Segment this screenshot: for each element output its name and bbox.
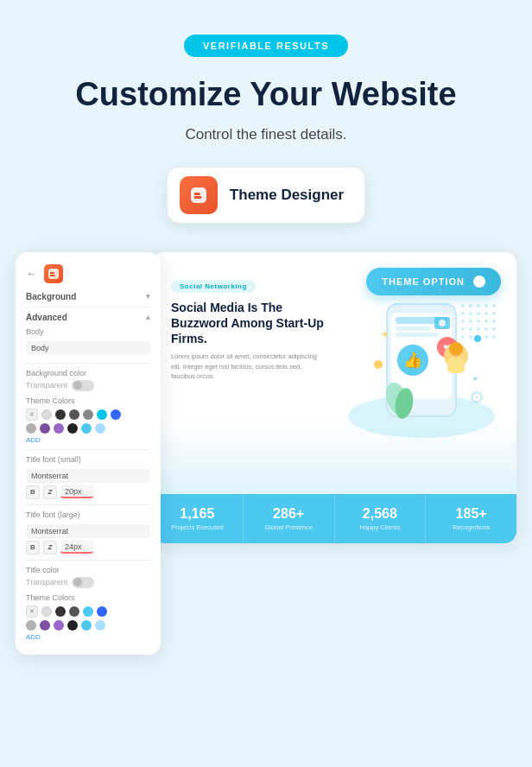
chevron-down-icon: ▾ <box>146 292 150 301</box>
section-background: Background ▾ <box>26 292 150 301</box>
svg-rect-14 <box>447 358 465 373</box>
color-swatches-1: ✕ ADD <box>26 409 150 444</box>
swatch2-dark[interactable] <box>55 606 66 617</box>
svg-text:⚙: ⚙ <box>469 388 484 407</box>
hero-tag: Social Networking <box>171 280 256 293</box>
stat-label-0: Projects Executed <box>159 523 236 531</box>
title-color-label: Title color <box>26 566 150 574</box>
swatch2-violet[interactable] <box>54 620 64 631</box>
theme-option-label: THEME OPTION <box>382 276 465 287</box>
body-select[interactable]: Body <box>26 341 150 355</box>
swatch-none-icon2[interactable]: ✕ <box>26 605 38 618</box>
swatch-silver[interactable] <box>26 423 36 434</box>
svg-text:✦: ✦ <box>380 327 390 341</box>
font-size-large-field[interactable]: 24px <box>60 541 93 554</box>
title-font-large-select[interactable]: Montserrat <box>26 524 150 538</box>
swatch2-lightblue[interactable] <box>95 620 105 631</box>
swatch-none-icon[interactable]: ✕ <box>26 409 38 421</box>
sidebar-top: ← <box>26 264 150 283</box>
divider4 <box>26 504 150 505</box>
title-transparent-row: Transparent <box>26 577 150 588</box>
stat-clients: 2,568 Happy Clients <box>335 494 427 543</box>
swatch-black[interactable] <box>67 423 78 434</box>
swatch-violet[interactable] <box>54 423 64 434</box>
svg-rect-6 <box>396 326 430 331</box>
theme-option-button[interactable]: THEME OPTION <box>366 268 501 295</box>
stat-number-2: 2,568 <box>342 506 419 522</box>
title-font-small-label: Title font (small) <box>26 455 150 464</box>
swatch2-purple[interactable] <box>40 620 50 631</box>
svg-text:👍: 👍 <box>403 351 423 370</box>
app-badge-icon <box>180 176 218 214</box>
stat-number-3: 185+ <box>433 506 510 522</box>
bold-btn-small[interactable]: B <box>26 485 40 499</box>
italic-btn-small[interactable]: Z <box>43 485 57 499</box>
transparent-row: Transparent <box>26 380 150 391</box>
swatch-purple[interactable] <box>40 423 50 434</box>
title-font-large-label: Title font (large) <box>26 510 150 519</box>
divider2 <box>26 363 150 364</box>
hero-title: Social Media Is The Buzzword Among Start… <box>171 300 326 347</box>
section-advanced: Advanced ▴ <box>26 313 150 322</box>
svg-rect-7 <box>396 333 439 337</box>
italic-btn-large[interactable]: Z <box>43 541 57 555</box>
theme-option-dot <box>473 276 485 288</box>
stat-projects: 1,165 Projects Executed <box>152 494 244 543</box>
swatch2-silver[interactable] <box>26 620 36 631</box>
swatch-dark[interactable] <box>55 409 66 420</box>
subheadline: Control the finest details. <box>185 126 346 143</box>
add-color-btn2[interactable]: ADD <box>26 633 150 641</box>
hero-illustration: 👍 ❤ ✦ ✦ ⚙ <box>335 269 508 442</box>
title-font-small-select[interactable]: Montserrat <box>26 469 150 483</box>
theme-colors-label2: Theme Colors <box>26 593 150 602</box>
swatch-cyan[interactable] <box>97 409 107 420</box>
toggle-dot <box>73 381 82 390</box>
title-transparent-label: Transparent <box>26 578 67 586</box>
swatch2-black[interactable] <box>67 620 78 631</box>
stats-bar: 1,165 Projects Executed 286+ Global Pres… <box>152 494 516 543</box>
stat-recognitions: 185+ Recognitions <box>426 494 516 543</box>
divider <box>26 307 150 307</box>
title-transparent-toggle[interactable] <box>72 577 94 588</box>
svg-point-22 <box>374 360 383 369</box>
stat-number-0: 1,165 <box>159 506 236 522</box>
chevron-up-icon: ▴ <box>146 313 150 321</box>
transparent-toggle[interactable] <box>72 380 94 391</box>
bold-btn-large[interactable]: B <box>26 541 40 555</box>
swatch-blue[interactable] <box>111 409 121 420</box>
theme-sidebar: ← Background ▾ Advanced ▴ Body Body Ba <box>16 252 161 655</box>
swatch2-white[interactable] <box>41 606 52 617</box>
content-panel: THEME OPTION Social Networking Social Me… <box>152 252 516 543</box>
stat-label-3: Recognitions <box>433 523 510 531</box>
swatch-gray[interactable] <box>69 409 79 420</box>
font-size-small-field[interactable]: 20px <box>60 485 93 498</box>
hero-desc: Lorem ipsum dolor sit amet, consectetur … <box>171 352 326 381</box>
add-color-btn[interactable]: ADD <box>26 436 150 444</box>
stat-label-1: Global Presence <box>250 523 327 531</box>
sidebar-logo <box>44 264 63 283</box>
bg-color-label: Background color <box>26 369 150 377</box>
stat-number-1: 286+ <box>250 506 327 522</box>
stat-global: 286+ Global Presence <box>244 494 335 543</box>
stat-label-2: Happy Clients <box>342 523 419 531</box>
verifiable-results-badge: VERIFIABLE RESULTS <box>184 35 348 57</box>
app-badge-label: Theme Designer <box>230 187 344 204</box>
svg-text:✦: ✦ <box>472 374 478 384</box>
body-field-label: Body <box>26 327 150 336</box>
swatch-mid[interactable] <box>83 409 93 420</box>
main-headline: Customize Your Website <box>75 76 456 114</box>
swatch2-gray[interactable] <box>69 606 79 617</box>
swatch-white[interactable] <box>41 409 52 420</box>
svg-point-21 <box>439 320 446 326</box>
color-swatches-2: ✕ ADD <box>26 605 150 641</box>
back-icon[interactable]: ← <box>26 267 37 280</box>
svg-point-13 <box>449 342 463 356</box>
font-style-row-large: B Z 24px <box>26 541 150 555</box>
divider3 <box>26 449 150 450</box>
app-badge: Theme Designer <box>168 168 364 223</box>
swatch2-sky[interactable] <box>81 620 92 631</box>
swatch-sky[interactable] <box>81 423 92 434</box>
swatch2-blue[interactable] <box>97 606 107 617</box>
swatch-lightblue[interactable] <box>95 423 105 434</box>
swatch2-cyan[interactable] <box>83 606 93 617</box>
